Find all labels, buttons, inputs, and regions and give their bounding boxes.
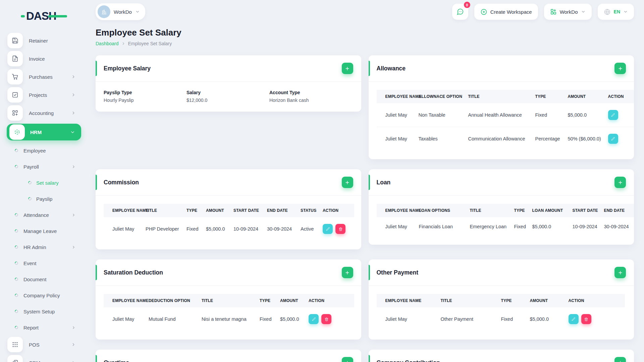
workspace-selector[interactable]: WorkDo bbox=[96, 3, 145, 20]
chevron-right-icon bbox=[71, 360, 76, 362]
cell-end-date: 30-09-2024 bbox=[604, 217, 634, 236]
language-selector[interactable]: EN bbox=[598, 4, 634, 20]
sidebar-item-label: Manage Leave bbox=[23, 228, 57, 234]
delete-button[interactable] bbox=[581, 314, 591, 324]
sidebar-item-pos[interactable]: POS bbox=[0, 336, 85, 354]
salary-fields: Payslip Type Hourly Payslip Salary $12,0… bbox=[104, 90, 353, 103]
table-row: Juliet May Non Taxable Annual Health All… bbox=[377, 103, 634, 127]
cell-type: Fixed bbox=[535, 103, 568, 127]
edit-button[interactable] bbox=[323, 224, 333, 234]
cell-employee-name: Juliet May bbox=[377, 103, 419, 127]
sidebar-item-report[interactable]: Report bbox=[0, 319, 85, 336]
column-header: TYPE bbox=[501, 294, 530, 307]
chevron-right-icon bbox=[71, 325, 76, 330]
table-header-row: EMPLOYEE NAME LOAN OPTIONS TITLE TYPE LO… bbox=[377, 204, 634, 217]
dash-logo: DASH bbox=[21, 9, 85, 23]
field-value: $12,000.0 bbox=[186, 98, 269, 103]
card-title: Commission bbox=[104, 179, 139, 186]
delete-button[interactable] bbox=[321, 314, 331, 324]
cell-employee-name: Juliet May bbox=[377, 307, 441, 331]
column-header: TYPE bbox=[260, 294, 280, 307]
grid-dots-icon bbox=[7, 337, 23, 352]
sidebar-item-manage-leave[interactable]: Manage Leave bbox=[0, 223, 85, 239]
sidebar-item-set-salary[interactable]: Set salary bbox=[0, 175, 85, 191]
sidebar-item-accounting[interactable]: Accounting bbox=[0, 104, 85, 122]
edit-button[interactable] bbox=[608, 110, 618, 120]
column-header: EMPLOYEE NAME bbox=[377, 294, 441, 307]
overtime-card: Overtime bbox=[96, 350, 361, 362]
topbar-actions: 0 Create Workspace WorkDo bbox=[452, 4, 634, 20]
sidebar-item-invoice[interactable]: Invoice bbox=[0, 50, 85, 68]
add-allowance-button[interactable] bbox=[614, 63, 626, 74]
cell-start-date: 10-09-2024 bbox=[233, 217, 267, 241]
workspace-grid-icon bbox=[550, 8, 557, 15]
create-workspace-button[interactable]: Create Workspace bbox=[474, 4, 538, 20]
card-body: EMPLOYEE NAME TITLE TYPE AMOUNT ACTION J… bbox=[369, 286, 634, 340]
sidebar-item-label: HRM bbox=[30, 129, 42, 135]
sidebar-item-hrm[interactable]: HRM bbox=[7, 124, 81, 140]
column-header: AMOUNT bbox=[206, 204, 233, 217]
sidebar-item-label: Invoice bbox=[29, 56, 45, 62]
edit-button[interactable] bbox=[608, 134, 618, 144]
allowance-table: EMPLOYEE NAME ALLOWNACE OPTION TITLE TYP… bbox=[377, 90, 634, 150]
table-header-row: EMPLOYEE NAME DEDUCTION OPTION TITLE TYP… bbox=[104, 294, 354, 307]
commission-table: EMPLOYEE NAME TITLE TYPE AMOUNT START DA… bbox=[104, 204, 354, 241]
delete-icon bbox=[584, 317, 588, 321]
sidebar-item-label: Report bbox=[23, 325, 39, 330]
company-contribution-card: Company Contribution bbox=[369, 350, 634, 362]
sidebar-item-payslip[interactable]: Payslip bbox=[0, 191, 85, 207]
table-row: Juliet May Taxables Communication Allowa… bbox=[377, 127, 634, 151]
add-other-payment-button[interactable] bbox=[614, 267, 626, 278]
sidebar-item-employee[interactable]: Employee bbox=[0, 142, 85, 159]
bullet-icon bbox=[14, 277, 19, 282]
sidebar-item-event[interactable]: Event bbox=[0, 255, 85, 271]
add-commission-button[interactable] bbox=[342, 177, 353, 188]
card-body: EMPLOYEE NAME LOAN OPTIONS TITLE TYPE LO… bbox=[369, 196, 634, 245]
bullet-icon bbox=[14, 309, 19, 314]
sidebar-item-label: Attendance bbox=[23, 212, 49, 218]
sidebar-item-hr-admin[interactable]: HR Admin bbox=[0, 239, 85, 255]
sidebar-item-attendance[interactable]: Attendance bbox=[0, 207, 85, 223]
cell-status: Active bbox=[301, 217, 323, 241]
edit-icon bbox=[326, 227, 330, 231]
edit-button[interactable] bbox=[569, 314, 579, 324]
sidebar-item-purchases[interactable]: Purchases bbox=[0, 68, 85, 86]
breadcrumb-dashboard-link[interactable]: Dashboard bbox=[96, 41, 119, 46]
edit-employee-salary-button[interactable] bbox=[342, 63, 353, 74]
chevron-down-icon bbox=[70, 130, 75, 135]
sidebar-item-company-policy[interactable]: Company Policy bbox=[0, 287, 85, 303]
card-title: Saturation Deduction bbox=[104, 269, 163, 276]
sidebar-item-document[interactable]: Document bbox=[0, 271, 85, 287]
add-overtime-button[interactable] bbox=[342, 357, 353, 362]
messages-button[interactable]: 0 bbox=[452, 4, 468, 20]
sidebar-item-payroll[interactable]: Payroll bbox=[0, 159, 85, 175]
cell-type: Fixed bbox=[186, 217, 206, 241]
chevron-right-icon bbox=[71, 342, 76, 347]
bullet-icon bbox=[28, 180, 32, 185]
field-account-type: Account Type Horizon Bank cash bbox=[269, 90, 352, 103]
add-loan-button[interactable] bbox=[614, 177, 626, 188]
field-label: Payslip Type bbox=[104, 90, 186, 95]
sidebar-item-system-setup[interactable]: System Setup bbox=[0, 303, 85, 319]
sidebar-item-label: POS bbox=[29, 342, 40, 348]
card-header: Company Contribution bbox=[369, 350, 634, 362]
field-value: Hourly Payslip bbox=[104, 98, 186, 103]
chevron-right-icon bbox=[71, 165, 76, 169]
sidebar-item-projects[interactable]: Projects bbox=[0, 86, 85, 104]
sidebar-item-crm[interactable]: CRM bbox=[0, 354, 85, 362]
cards-grid: Employee Salary Payslip Type Hourly Pays… bbox=[96, 55, 634, 362]
card-title: Company Contribution bbox=[377, 359, 440, 362]
add-saturation-deduction-button[interactable] bbox=[342, 267, 353, 278]
workspace-menu-button[interactable]: WorkDo bbox=[544, 4, 592, 20]
field-label: Account Type bbox=[269, 90, 352, 95]
chevron-right-icon bbox=[71, 111, 76, 115]
sidebar-item-label: Document bbox=[23, 277, 46, 282]
language-label: EN bbox=[614, 9, 620, 14]
table-header-row: EMPLOYEE NAME TITLE TYPE AMOUNT ACTION bbox=[377, 294, 625, 307]
edit-button[interactable] bbox=[309, 314, 319, 324]
card-title: Other Payment bbox=[377, 269, 418, 276]
sidebar-item-retainer[interactable]: Retainer bbox=[0, 32, 85, 50]
delete-button[interactable] bbox=[335, 224, 345, 234]
column-header: AMOUNT bbox=[568, 90, 608, 103]
add-company-contribution-button[interactable] bbox=[614, 357, 626, 362]
